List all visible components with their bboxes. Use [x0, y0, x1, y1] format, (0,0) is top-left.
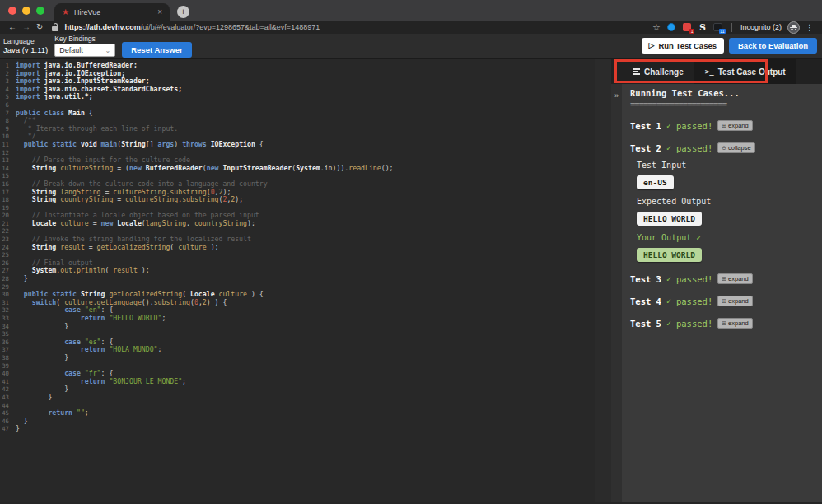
expand-button[interactable]: ⊞expand	[717, 318, 752, 329]
hirevue-favicon-icon: ★	[62, 8, 69, 16]
check-icon: ✓	[666, 121, 671, 130]
expand-icon: ⊞	[722, 320, 726, 327]
code-text: }	[16, 323, 68, 331]
code-line[interactable]: 21 Locale culture = new Locale(langStrin…	[0, 220, 595, 228]
panel-collapse-rail: »	[611, 84, 622, 502]
extension-red-icon[interactable]: 1	[682, 22, 692, 32]
browser-menu-icon[interactable]: ⋮	[806, 23, 814, 32]
code-line[interactable]: 45 return "";	[0, 409, 595, 418]
collapse-button[interactable]: ⊖collapse	[717, 142, 754, 153]
code-line[interactable]: 38 }	[0, 354, 595, 362]
code-line[interactable]: 44	[0, 402, 595, 410]
main-area: 1import java.io.BufferedReader;2import j…	[0, 59, 822, 502]
line-number: 38	[0, 354, 12, 362]
code-line[interactable]: 34 }	[0, 323, 595, 331]
test-result-row: Test 4✓passed!⊞expand	[630, 296, 815, 306]
line-number: 21	[0, 220, 12, 228]
back-to-evaluation-button[interactable]: Back to Evaluation	[729, 38, 817, 54]
browser-url-bar: ← → ↻ https://ath.devhv.com/ui/b/#/evalu…	[0, 21, 822, 34]
detail-label: Your Output ✓	[637, 233, 815, 242]
code-line[interactable]: 28 }	[0, 275, 595, 283]
expand-button[interactable]: ⊞expand	[717, 296, 752, 306]
code-line[interactable]: 5import java.util.*;	[0, 93, 595, 101]
line-number: 3	[0, 77, 12, 86]
line-number: 45	[0, 409, 12, 418]
incognito-avatar-icon[interactable]	[787, 21, 800, 34]
extension-s-icon[interactable]: S	[698, 22, 708, 32]
code-line[interactable]: 33 return "HELLO WORLD";	[0, 315, 595, 323]
check-icon: ✓	[666, 296, 671, 306]
code-line[interactable]: 41 return "BONJOUR LE MONDE";	[0, 378, 595, 386]
code-text: String result = getLocalizedString( cult…	[16, 244, 219, 252]
line-number: 26	[0, 259, 12, 268]
panel-tab-bar: Challenge >_ Test Case Output	[611, 59, 822, 84]
code-line[interactable]: 42 }	[0, 385, 595, 394]
check-icon: ✓	[666, 319, 671, 328]
tab-title: HireVue	[74, 8, 152, 16]
test-result-text: passed!	[676, 296, 712, 306]
zoom-window-button[interactable]	[36, 7, 44, 15]
language-group: Language Java (v 1.11)	[3, 37, 48, 54]
line-number: 4	[0, 86, 12, 94]
code-line[interactable]: 37 return "HOLA MUNDO";	[0, 346, 595, 354]
evaluator-toolbar: Language Java (v 1.11) Key Bindings Defa…	[0, 34, 822, 59]
keybindings-select[interactable]: Default ⌄	[54, 44, 115, 57]
line-number: 23	[0, 236, 12, 244]
code-text: String countryString = cultureString.sub…	[16, 196, 243, 204]
extension-blue-icon[interactable]	[666, 22, 676, 32]
collapse-panel-icon[interactable]: »	[614, 91, 619, 100]
code-editor[interactable]: 1import java.io.BufferedReader;2import j…	[0, 59, 595, 502]
line-number: 47	[0, 425, 12, 433]
back-icon[interactable]: ←	[8, 23, 16, 31]
bookmark-star-icon[interactable]: ☆	[652, 22, 661, 33]
tab-challenge[interactable]: Challenge	[623, 59, 694, 84]
divider	[731, 23, 732, 32]
reset-answer-button[interactable]: Reset Answer	[122, 42, 191, 58]
expand-button[interactable]: ⊞expand	[717, 120, 752, 131]
code-line[interactable]: 14 String cultureString = (new BufferedR…	[0, 165, 595, 173]
test-result-text: passed!	[676, 319, 712, 329]
forward-icon[interactable]: →	[22, 23, 30, 31]
code-line[interactable]: 7public class Main {	[0, 110, 595, 118]
test-output-content: Running Test Cases... ==================…	[622, 84, 822, 502]
code-text: Locale culture = new Locale(langString, …	[16, 220, 255, 228]
language-label: Language	[3, 37, 48, 45]
refresh-icon[interactable]: ↻	[36, 23, 43, 31]
code-line[interactable]: 46 }	[0, 418, 595, 426]
line-number: 15	[0, 172, 12, 180]
code-line[interactable]: 43 }	[0, 394, 595, 402]
code-line[interactable]: 11 public static void main(String[] args…	[0, 141, 595, 149]
code-line[interactable]: 9 * Iterate through each line of input.	[0, 125, 595, 133]
line-number: 43	[0, 394, 12, 402]
run-test-cases-button[interactable]: ▷Run Test Cases	[642, 38, 725, 54]
tab-close-icon[interactable]: ×	[157, 7, 162, 16]
line-number: 40	[0, 370, 12, 378]
test-result-row: Test 5✓passed!⊞expand	[630, 318, 815, 329]
address-url[interactable]: https://ath.devhv.com/ui/b/#/evaluator/?…	[64, 23, 647, 31]
status-divider: ======================	[630, 99, 815, 109]
line-number: 39	[0, 362, 12, 371]
line-number: 19	[0, 204, 12, 212]
tab-test-case-output[interactable]: >_ Test Case Output	[694, 59, 796, 84]
test-result-text: passed!	[676, 121, 712, 131]
code-line[interactable]: 24 String result = getLocalizedString( c…	[0, 244, 595, 252]
new-tab-button[interactable]: +	[177, 6, 189, 18]
line-number: 27	[0, 267, 12, 275]
code-line[interactable]: 47}	[0, 425, 595, 433]
code-line[interactable]: 27 System.out.println( result );	[0, 267, 595, 275]
line-number: 6	[0, 101, 12, 110]
line-number: 28	[0, 275, 12, 283]
minimize-window-button[interactable]	[22, 7, 30, 15]
test-detail: Test Inputen-USExpected OutputHELLO WORL…	[637, 161, 815, 262]
extension-dark-icon[interactable]: 11	[713, 22, 723, 32]
line-number: 36	[0, 338, 12, 347]
browser-tab[interactable]: ★ HireVue ×	[54, 3, 170, 21]
close-window-button[interactable]	[8, 7, 16, 15]
terminal-icon: >_	[705, 68, 714, 76]
code-line[interactable]: 18 String countryString = cultureString.…	[0, 196, 595, 204]
line-number: 30	[0, 291, 12, 299]
detail-value-badge: en-US	[637, 175, 674, 189]
code-text: }	[16, 394, 52, 402]
expand-button[interactable]: ⊞expand	[717, 273, 752, 284]
line-number: 11	[0, 141, 12, 149]
